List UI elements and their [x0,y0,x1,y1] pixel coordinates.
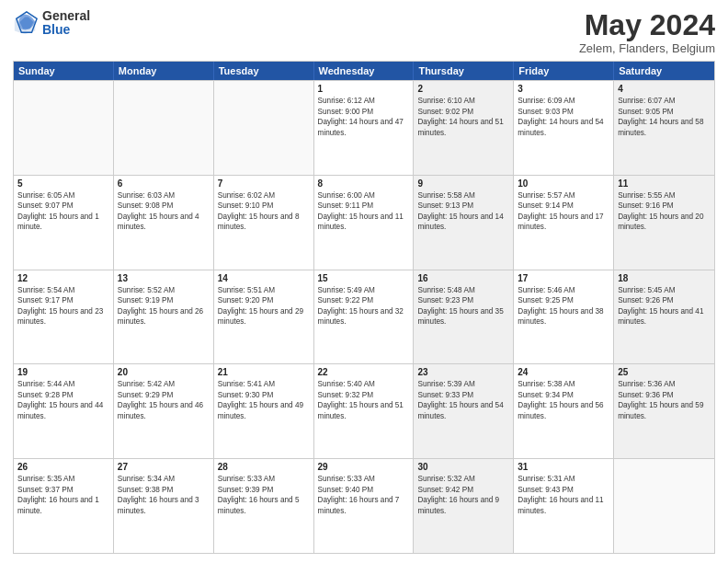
sunset-text: Sunset: 9:37 PM [17,485,109,495]
sunrise-text: Sunrise: 6:09 AM [518,96,609,106]
sunset-text: Sunset: 9:13 PM [417,201,509,211]
cal-cell-18: 18Sunrise: 5:45 AMSunset: 9:26 PMDayligh… [614,270,714,364]
header: General Blue May 2024 Zelem, Flanders, B… [13,9,715,55]
cal-cell-26: 26Sunrise: 5:35 AMSunset: 9:37 PMDayligh… [14,459,114,553]
calendar: SundayMondayTuesdayWednesdayThursdayFrid… [13,61,715,554]
daylight-text: Daylight: 15 hours and 11 minutes. [318,212,410,233]
cal-cell-empty-0-1 [114,81,214,175]
day-number: 30 [417,462,509,472]
page: General Blue May 2024 Zelem, Flanders, B… [0,0,728,563]
sunrise-text: Sunrise: 6:05 AM [17,190,109,201]
cal-cell-23: 23Sunrise: 5:39 AMSunset: 9:33 PMDayligh… [414,364,514,458]
day-number: 17 [518,273,609,283]
sunset-text: Sunset: 9:16 PM [618,201,711,211]
cal-header-sunday: Sunday [14,62,114,80]
daylight-text: Daylight: 15 hours and 59 minutes. [618,400,711,421]
calendar-body: 1Sunrise: 6:12 AMSunset: 9:00 PMDaylight… [14,80,714,553]
cal-cell-1: 1Sunrise: 6:12 AMSunset: 9:00 PMDaylight… [314,81,415,175]
sunrise-text: Sunrise: 5:33 AM [218,474,310,484]
sunrise-text: Sunrise: 5:55 AM [618,190,711,201]
day-number: 20 [118,367,210,377]
cal-header-wednesday: Wednesday [314,62,415,80]
sunset-text: Sunset: 9:29 PM [118,390,210,400]
day-number: 24 [518,367,609,377]
daylight-text: Daylight: 15 hours and 29 minutes. [218,306,310,327]
sunset-text: Sunset: 9:42 PM [417,485,509,495]
cal-cell-6: 6Sunrise: 6:03 AMSunset: 9:08 PMDaylight… [114,176,214,270]
cal-cell-10: 10Sunrise: 5:57 AMSunset: 9:14 PMDayligh… [514,176,614,270]
daylight-text: Daylight: 16 hours and 1 minute. [17,495,109,516]
cal-cell-29: 29Sunrise: 5:33 AMSunset: 9:40 PMDayligh… [314,459,415,553]
cal-header-monday: Monday [114,62,214,80]
day-number: 6 [118,178,210,189]
sunrise-text: Sunrise: 6:00 AM [318,190,410,201]
cal-cell-25: 25Sunrise: 5:36 AMSunset: 9:36 PMDayligh… [614,364,714,458]
daylight-text: Daylight: 14 hours and 58 minutes. [618,117,711,138]
cal-cell-22: 22Sunrise: 5:40 AMSunset: 9:32 PMDayligh… [314,364,415,458]
cal-cell-11: 11Sunrise: 5:55 AMSunset: 9:16 PMDayligh… [614,176,714,270]
day-number: 29 [318,462,410,472]
cal-header-saturday: Saturday [614,62,714,80]
sunrise-text: Sunrise: 5:34 AM [118,474,210,484]
cal-cell-20: 20Sunrise: 5:42 AMSunset: 9:29 PMDayligh… [114,364,214,458]
cal-cell-empty-0-0 [14,81,114,175]
day-number: 26 [17,462,109,472]
sunset-text: Sunset: 9:36 PM [618,390,711,400]
day-number: 11 [618,178,711,189]
subtitle: Zelem, Flanders, Belgium [579,41,715,55]
daylight-text: Daylight: 15 hours and 4 minutes. [118,212,210,233]
daylight-text: Daylight: 15 hours and 51 minutes. [318,400,410,421]
cal-week-1: 5Sunrise: 6:05 AMSunset: 9:07 PMDaylight… [14,175,714,270]
sunset-text: Sunset: 9:23 PM [417,295,509,305]
cal-cell-14: 14Sunrise: 5:51 AMSunset: 9:20 PMDayligh… [214,270,314,364]
sunset-text: Sunset: 9:25 PM [518,295,609,305]
cal-cell-27: 27Sunrise: 5:34 AMSunset: 9:38 PMDayligh… [114,459,214,553]
daylight-text: Daylight: 15 hours and 38 minutes. [518,306,609,327]
daylight-text: Daylight: 15 hours and 14 minutes. [417,212,509,233]
cal-week-2: 12Sunrise: 5:54 AMSunset: 9:17 PMDayligh… [14,270,714,364]
cal-cell-31: 31Sunrise: 5:31 AMSunset: 9:43 PMDayligh… [514,459,614,553]
daylight-text: Daylight: 15 hours and 17 minutes. [518,212,609,233]
sunset-text: Sunset: 9:26 PM [618,295,711,305]
cal-cell-17: 17Sunrise: 5:46 AMSunset: 9:25 PMDayligh… [514,270,614,364]
daylight-text: Daylight: 15 hours and 46 minutes. [118,400,210,421]
daylight-text: Daylight: 16 hours and 11 minutes. [518,495,609,516]
sunset-text: Sunset: 9:32 PM [318,390,410,400]
cal-header-tuesday: Tuesday [214,62,314,80]
sunset-text: Sunset: 9:20 PM [218,295,310,305]
sunrise-text: Sunrise: 6:02 AM [218,190,310,201]
day-number: 19 [17,367,109,377]
daylight-text: Daylight: 15 hours and 23 minutes. [17,306,109,327]
day-number: 28 [218,462,310,472]
sunset-text: Sunset: 9:10 PM [218,201,310,211]
cal-header-friday: Friday [514,62,614,80]
sunset-text: Sunset: 9:34 PM [518,390,609,400]
daylight-text: Daylight: 15 hours and 49 minutes. [218,400,310,421]
sunrise-text: Sunrise: 5:46 AM [518,285,609,295]
logo-blue-text: Blue [42,23,90,37]
daylight-text: Daylight: 15 hours and 54 minutes. [417,400,509,421]
day-number: 22 [318,367,410,377]
day-number: 16 [417,273,509,283]
day-number: 2 [417,84,509,94]
sunset-text: Sunset: 9:19 PM [118,295,210,305]
sunset-text: Sunset: 9:40 PM [318,485,410,495]
calendar-header-row: SundayMondayTuesdayWednesdayThursdayFrid… [14,62,714,80]
sunrise-text: Sunrise: 5:35 AM [17,474,109,484]
cal-cell-8: 8Sunrise: 6:00 AMSunset: 9:11 PMDaylight… [314,176,415,270]
daylight-text: Daylight: 15 hours and 41 minutes. [618,306,711,327]
sunset-text: Sunset: 9:30 PM [218,390,310,400]
sunset-text: Sunset: 9:05 PM [618,107,711,117]
daylight-text: Daylight: 15 hours and 32 minutes. [318,306,410,327]
sunrise-text: Sunrise: 5:54 AM [17,285,109,295]
sunrise-text: Sunrise: 5:44 AM [17,379,109,389]
sunset-text: Sunset: 9:08 PM [118,201,210,211]
sunrise-text: Sunrise: 5:48 AM [417,285,509,295]
logo-icon [13,10,39,36]
daylight-text: Daylight: 16 hours and 7 minutes. [318,495,410,516]
day-number: 12 [17,273,109,283]
sunset-text: Sunset: 9:17 PM [17,295,109,305]
cal-cell-28: 28Sunrise: 5:33 AMSunset: 9:39 PMDayligh… [214,459,314,553]
sunset-text: Sunset: 9:00 PM [318,107,410,117]
cal-cell-21: 21Sunrise: 5:41 AMSunset: 9:30 PMDayligh… [214,364,314,458]
